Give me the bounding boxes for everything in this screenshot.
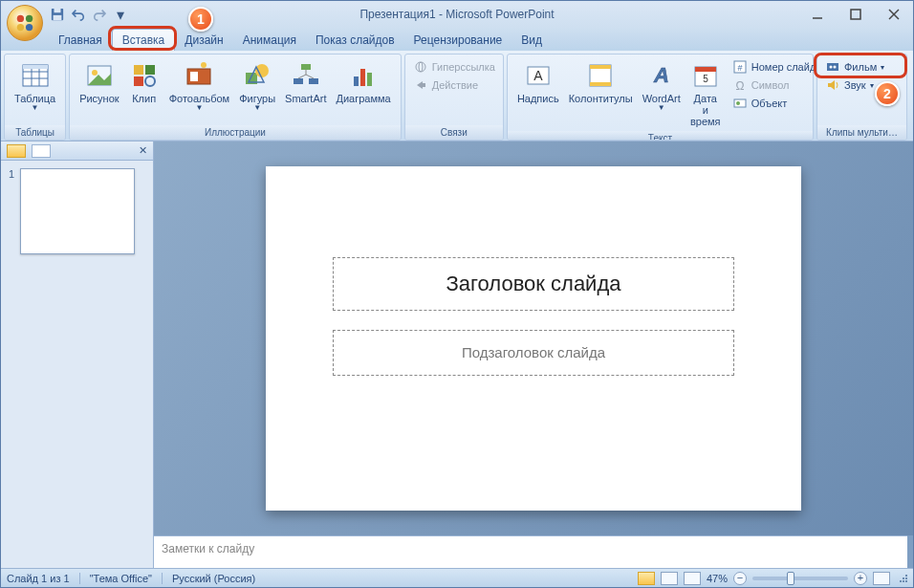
sound-icon xyxy=(825,77,840,93)
svg-point-3 xyxy=(26,24,33,31)
svg-rect-19 xyxy=(134,65,143,75)
status-language[interactable]: Русский (Россия) xyxy=(172,573,255,584)
panel-close-icon[interactable]: ✕ xyxy=(139,144,147,157)
close-button[interactable] xyxy=(875,4,913,25)
resize-grip-icon[interactable] xyxy=(896,575,907,582)
slide-thumbnail[interactable]: 1 xyxy=(9,168,145,254)
chevron-down-icon: ▼ xyxy=(32,104,39,113)
maximize-button[interactable] xyxy=(837,4,875,25)
svg-text:#: # xyxy=(737,63,742,73)
svg-rect-35 xyxy=(360,69,365,86)
ribbon-tabs: Главная Вставка Дизайн Анимация Показ сл… xyxy=(1,28,913,51)
tab-view[interactable]: Вид xyxy=(511,30,552,51)
zoom-slider[interactable] xyxy=(752,577,848,580)
chart-button[interactable]: Диаграмма xyxy=(333,58,395,106)
svg-rect-24 xyxy=(190,72,198,81)
svg-point-38 xyxy=(419,62,423,72)
hyperlink-icon xyxy=(413,59,428,75)
tab-insert[interactable]: Вставка xyxy=(112,29,176,51)
office-button[interactable] xyxy=(7,5,43,41)
action-icon xyxy=(413,77,428,93)
svg-point-27 xyxy=(255,64,269,77)
svg-line-33 xyxy=(306,75,314,78)
callout-badge-1: 1 xyxy=(188,7,213,32)
status-slide: Слайд 1 из 1 xyxy=(7,573,70,584)
panel-tabs: ✕ xyxy=(1,142,153,161)
table-icon xyxy=(20,60,51,91)
qat-dropdown-icon[interactable]: ▾ xyxy=(112,6,129,23)
hyperlink-button[interactable]: Гиперссылка xyxy=(411,58,497,76)
svg-rect-29 xyxy=(294,78,303,84)
slideshow-view-button[interactable] xyxy=(684,572,701,585)
outline-tab-icon[interactable] xyxy=(32,144,51,158)
datetime-button[interactable]: 5Дата и время xyxy=(686,58,725,129)
callout-badge-2: 2 xyxy=(875,81,900,106)
tab-home[interactable]: Главная xyxy=(49,30,112,51)
tab-animation[interactable]: Анимация xyxy=(233,30,306,51)
svg-text:A: A xyxy=(533,68,543,83)
svg-rect-5 xyxy=(54,9,61,12)
object-icon xyxy=(732,96,748,111)
svg-rect-43 xyxy=(590,82,611,86)
smartart-icon xyxy=(291,60,321,91)
redo-icon[interactable] xyxy=(91,6,108,23)
tab-slideshow[interactable]: Показ слайдов xyxy=(306,30,404,51)
undo-icon[interactable] xyxy=(70,6,87,23)
shapes-button[interactable]: Фигуры▼ xyxy=(235,58,279,115)
tab-review[interactable]: Рецензирование xyxy=(404,30,512,51)
workspace: ✕ 1 Заголовок слайда Подзаголовок слайда… xyxy=(1,142,913,568)
chart-icon xyxy=(348,60,379,91)
svg-rect-53 xyxy=(827,63,838,71)
headerfooter-icon xyxy=(585,60,616,91)
movie-icon xyxy=(825,59,840,75)
movie-button[interactable]: Фильм ▾ xyxy=(823,58,886,76)
zoom-in-button[interactable]: + xyxy=(854,572,867,585)
slidenumber-button[interactable]: #Номер слайда xyxy=(730,58,824,76)
svg-rect-46 xyxy=(695,67,716,72)
editor-area: Заголовок слайда Подзаголовок слайда Зам… xyxy=(154,142,913,568)
svg-point-37 xyxy=(416,62,425,72)
slide-canvas[interactable]: Заголовок слайда Подзаголовок слайда xyxy=(154,142,913,535)
object-button[interactable]: Объект xyxy=(730,95,824,112)
minimize-button[interactable] xyxy=(798,4,837,25)
clip-button[interactable]: Клип xyxy=(125,58,163,106)
svg-line-32 xyxy=(298,75,306,78)
svg-rect-28 xyxy=(301,64,311,70)
zoom-level[interactable]: 47% xyxy=(707,573,728,584)
group-text: AНадпись Колонтитулы AWordArt▼ 5Дата и в… xyxy=(507,54,814,141)
sorter-view-button[interactable] xyxy=(661,572,678,585)
wordart-button[interactable]: AWordArt▼ xyxy=(639,58,685,115)
group-links: Гиперссылка Действие Связи xyxy=(404,54,504,141)
svg-point-18 xyxy=(92,70,98,76)
svg-point-0 xyxy=(17,15,24,22)
window-title: Презентация1 - Microsoft PowerPoint xyxy=(1,8,913,21)
symbol-button[interactable]: ΩСимвол xyxy=(730,76,824,94)
save-icon[interactable] xyxy=(49,6,66,23)
headerfooter-button[interactable]: Колонтитулы xyxy=(565,58,637,106)
table-button[interactable]: Таблица▼ xyxy=(11,58,59,115)
svg-point-2 xyxy=(17,24,24,31)
zoom-out-button[interactable]: − xyxy=(733,572,747,585)
wordart-icon: A xyxy=(646,60,677,91)
svg-point-52 xyxy=(736,101,740,105)
title-placeholder[interactable]: Заголовок слайда xyxy=(333,257,734,311)
photoalbum-button[interactable]: Фотоальбом▼ xyxy=(165,58,234,115)
slides-tab-icon[interactable] xyxy=(7,144,26,158)
fit-window-button[interactable] xyxy=(873,572,890,585)
action-button[interactable]: Действие xyxy=(411,76,497,94)
svg-text:5: 5 xyxy=(703,74,708,84)
titlebar: ▾ Презентация1 - Microsoft PowerPoint xyxy=(1,1,913,28)
subtitle-placeholder[interactable]: Подзаголовок слайда xyxy=(333,330,734,376)
notes-pane[interactable]: Заметки к слайду xyxy=(154,535,907,568)
picture-button[interactable]: Рисунок xyxy=(76,58,123,106)
textbox-button[interactable]: AНадпись xyxy=(513,58,563,106)
smartart-button[interactable]: SmartArt xyxy=(281,58,330,106)
tab-design[interactable]: Дизайн xyxy=(175,30,232,51)
thumbnail-preview xyxy=(20,168,135,254)
status-theme: "Тема Office" xyxy=(90,573,152,584)
normal-view-button[interactable] xyxy=(638,572,655,585)
chevron-down-icon: ▼ xyxy=(195,104,203,113)
photoalbum-icon xyxy=(184,60,214,91)
svg-rect-21 xyxy=(134,76,143,86)
chevron-down-icon: ▾ xyxy=(870,81,874,90)
